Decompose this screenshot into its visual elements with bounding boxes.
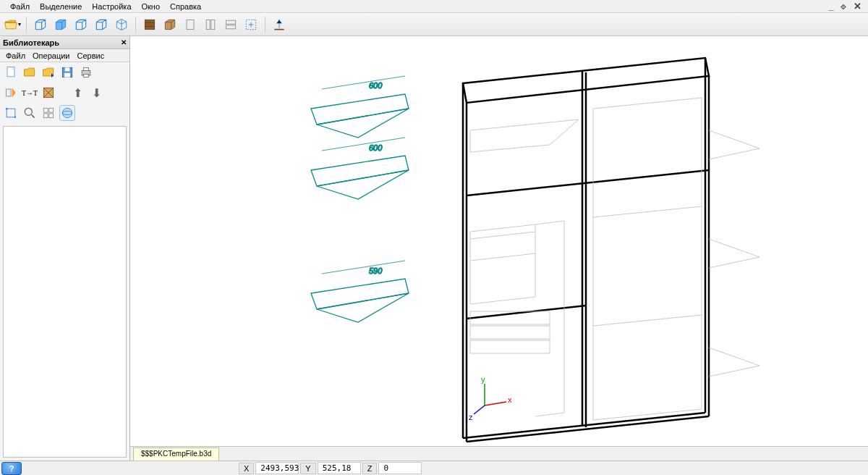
panel-menu-operations[interactable]: Операции bbox=[30, 51, 72, 61]
panel-toolbar-1 bbox=[0, 62, 129, 83]
panel-v-button[interactable] bbox=[201, 15, 220, 34]
menu-file[interactable]: Файл bbox=[6, 1, 34, 12]
menu-window[interactable]: Окно bbox=[137, 1, 165, 12]
svg-line-36 bbox=[474, 405, 485, 414]
panel-toolbar-2: T→T ⬆ ⬇ bbox=[0, 83, 129, 103]
cube-iso-icon bbox=[114, 17, 129, 32]
svg-rect-13 bbox=[84, 75, 89, 77]
arrow-up-icon: ⬆ bbox=[73, 86, 82, 100]
panel-h-button[interactable] bbox=[221, 15, 240, 34]
print-button[interactable] bbox=[78, 64, 94, 80]
x-label: X bbox=[239, 463, 254, 474]
view-top-button[interactable] bbox=[92, 15, 111, 34]
sphere-icon bbox=[60, 106, 75, 120]
menu-help[interactable]: Справка bbox=[166, 1, 205, 12]
tool-flash-button[interactable] bbox=[3, 85, 19, 101]
svg-line-32 bbox=[485, 402, 506, 405]
coordinate-readout: X 2493,593 Y 525,18 Z 0 bbox=[239, 462, 422, 474]
panel-button[interactable] bbox=[181, 15, 200, 34]
cube-wire-front-icon bbox=[33, 17, 48, 32]
view-left-button[interactable] bbox=[51, 15, 70, 34]
cube-wire-icon bbox=[54, 17, 68, 32]
3d-viewport[interactable]: 600 600 590 bbox=[130, 36, 868, 461]
svg-rect-23 bbox=[49, 114, 54, 118]
box-3d-icon bbox=[163, 17, 177, 32]
svg-text:600: 600 bbox=[369, 143, 383, 152]
add-box-button[interactable] bbox=[161, 15, 179, 34]
svg-rect-21 bbox=[49, 108, 54, 112]
menu-selection[interactable]: Выделение bbox=[35, 1, 86, 12]
active-document-tab[interactable]: $$$PKCTempFile.b3d bbox=[133, 447, 219, 461]
panel-toolbar-3 bbox=[0, 103, 129, 123]
folder-arrow-icon bbox=[41, 65, 56, 80]
svg-rect-3 bbox=[211, 20, 215, 29]
view-tool-1[interactable] bbox=[3, 105, 19, 121]
svg-point-19 bbox=[25, 108, 32, 115]
view-front-button[interactable] bbox=[31, 15, 50, 34]
svg-text:y: y bbox=[481, 375, 485, 384]
svg-text:x: x bbox=[508, 395, 512, 404]
svg-rect-10 bbox=[64, 73, 70, 77]
baseline-button[interactable] bbox=[270, 15, 289, 34]
open-button[interactable] bbox=[22, 64, 38, 80]
window-controls[interactable]: _ ⟐ ✕ bbox=[829, 1, 868, 12]
y-value[interactable]: 525,18 bbox=[318, 462, 361, 474]
open-folder-button[interactable]: ▾ bbox=[3, 15, 22, 34]
menu-settings[interactable]: Настройка bbox=[88, 1, 135, 12]
svg-rect-16 bbox=[7, 109, 15, 117]
panel-menu-service[interactable]: Сервис bbox=[75, 51, 108, 61]
panel-close-icon[interactable]: ✕ bbox=[121, 38, 127, 46]
svg-rect-31 bbox=[470, 340, 550, 353]
panel-tree-view[interactable] bbox=[3, 126, 127, 458]
side-panel: Библиотекарь ✕ Файл Операции Сервис T→T … bbox=[0, 36, 130, 461]
svg-text:600: 600 bbox=[369, 81, 383, 90]
main-toolbar: ▾ bbox=[0, 13, 868, 36]
move-up-button[interactable]: ⬆ bbox=[69, 85, 85, 101]
help-button[interactable]: ? bbox=[1, 462, 22, 475]
cube-wire-icon bbox=[74, 17, 88, 32]
status-bar: ? X 2493,593 Y 525,18 Z 0 bbox=[0, 461, 868, 475]
select-rect-icon bbox=[244, 17, 258, 32]
new-file-icon bbox=[4, 65, 18, 80]
move-down-button[interactable]: ⬇ bbox=[88, 85, 104, 101]
tool-text-button[interactable]: T→T bbox=[22, 85, 38, 101]
panel-menu: Файл Операции Сервис bbox=[0, 49, 129, 62]
view-tool-2[interactable] bbox=[22, 105, 38, 121]
view-right-button[interactable] bbox=[72, 15, 90, 34]
svg-rect-9 bbox=[65, 67, 70, 71]
z-value[interactable]: 0 bbox=[378, 462, 422, 474]
view-tool-4-active[interactable] bbox=[59, 105, 75, 121]
panel-icon bbox=[183, 17, 197, 32]
save-button[interactable] bbox=[59, 64, 75, 80]
panel-title-text: Библиотекарь bbox=[3, 38, 59, 47]
panel-title-bar[interactable]: Библиотекарь ✕ bbox=[0, 36, 129, 49]
new-file-button[interactable] bbox=[3, 64, 19, 80]
folder-open-icon bbox=[4, 17, 18, 32]
rect-dots-icon bbox=[4, 106, 18, 120]
tool-pattern-button[interactable] bbox=[41, 85, 56, 101]
svg-rect-4 bbox=[226, 20, 235, 24]
baseline-icon bbox=[272, 17, 286, 32]
svg-rect-2 bbox=[206, 20, 210, 29]
open-alt-button[interactable] bbox=[41, 64, 56, 80]
rect-select-button[interactable] bbox=[242, 15, 260, 34]
svg-point-24 bbox=[62, 108, 72, 117]
view-iso-button[interactable] bbox=[112, 15, 131, 34]
flash-icon bbox=[4, 85, 18, 100]
svg-rect-1 bbox=[187, 20, 194, 29]
texture-box-button[interactable] bbox=[140, 15, 159, 34]
svg-rect-0 bbox=[145, 20, 154, 29]
separator bbox=[265, 17, 265, 33]
separator bbox=[26, 17, 27, 33]
grid-icon bbox=[41, 106, 56, 120]
svg-rect-22 bbox=[43, 114, 48, 118]
panel-menu-file[interactable]: Файл bbox=[3, 51, 28, 61]
view-tool-3[interactable] bbox=[41, 105, 56, 121]
document-tab-bar: $$$PKCTempFile.b3d bbox=[130, 446, 868, 461]
main-menu-bar: Файл Выделение Настройка Окно Справка _ … bbox=[0, 0, 868, 13]
svg-rect-30 bbox=[470, 326, 550, 339]
text-icon: T→T bbox=[22, 89, 38, 97]
x-value[interactable]: 2493,593 bbox=[255, 462, 299, 474]
arrow-down-icon: ⬇ bbox=[92, 86, 101, 100]
help-icon: ? bbox=[9, 464, 14, 473]
